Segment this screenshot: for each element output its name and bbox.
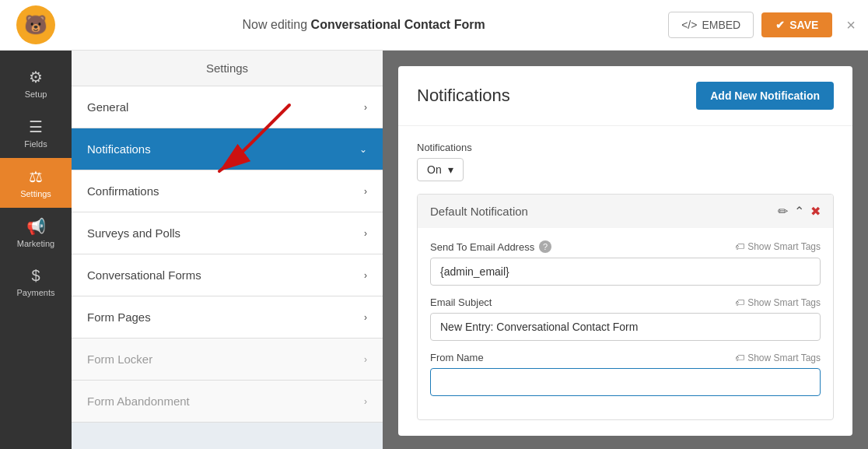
menu-item-general[interactable]: General › [72, 86, 383, 128]
check-icon: ✔ [775, 19, 785, 31]
status-value: On [427, 163, 442, 176]
notification-box-header: Default Notification ✏ ⌃ ✖ [418, 195, 833, 228]
add-notification-button[interactable]: Add New Notification [696, 82, 834, 110]
show-smart-tags-email-subject[interactable]: 🏷 Show Smart Tags [735, 297, 821, 308]
notifications-card: Notifications Add New Notification Notif… [398, 66, 852, 436]
fields-icon: ☰ [29, 118, 43, 136]
status-label: Notifications [417, 142, 834, 153]
menu-item-conversational-forms[interactable]: Conversational Forms › [72, 254, 383, 296]
settings-menu: General › Notifications ⌄ Confirmations … [72, 86, 383, 449]
notification-box-actions: ✏ ⌃ ✖ [778, 204, 821, 219]
info-icon[interactable]: ? [539, 240, 551, 253]
editing-prefix: Now editing [243, 18, 311, 31]
marketing-icon: 📢 [26, 217, 46, 236]
top-bar-actions: </> EMBED ✔ SAVE × [668, 12, 856, 38]
sidebar-item-settings[interactable]: ⚖ Settings [0, 158, 72, 208]
send-to-email-header: Send To Email Address ? 🏷 Show Smart Tag… [430, 240, 821, 253]
form-name: Conversational Contact Form [311, 18, 485, 31]
delete-icon[interactable]: ✖ [810, 204, 821, 219]
status-dropdown[interactable]: On ▾ [417, 158, 464, 181]
sidebar-item-fields[interactable]: ☰ Fields [0, 108, 72, 158]
settings-header: Settings [72, 51, 383, 86]
menu-item-form-pages[interactable]: Form Pages › [72, 296, 383, 339]
from-name-input[interactable] [430, 368, 821, 396]
menu-item-confirmations[interactable]: Confirmations › [72, 170, 383, 212]
sidebar-item-setup[interactable]: ⚙ Setup [0, 58, 72, 108]
menu-item-surveys-polls[interactable]: Surveys and Polls › [72, 212, 383, 254]
chevron-right-icon: › [364, 312, 367, 323]
save-button[interactable]: ✔ SAVE [761, 12, 832, 37]
show-smart-tags-from-name[interactable]: 🏷 Show Smart Tags [735, 353, 821, 363]
email-subject-input[interactable] [430, 313, 821, 341]
main-layout: ⚙ Setup ☰ Fields ⚖ Settings 📢 Marketing … [0, 51, 868, 449]
from-name-header: From Name 🏷 Show Smart Tags [430, 352, 821, 363]
payments-icon: $ [31, 267, 40, 285]
send-to-email-row: Send To Email Address ? 🏷 Show Smart Tag… [430, 240, 821, 286]
notification-box-body: Send To Email Address ? 🏷 Show Smart Tag… [418, 228, 833, 419]
card-title: Notifications [417, 86, 510, 106]
embed-button[interactable]: </> EMBED [668, 12, 754, 38]
email-subject-label: Email Subject [430, 296, 492, 308]
logo-area: 🐻 [12, 4, 59, 47]
menu-item-form-locker[interactable]: Form Locker › [72, 339, 383, 381]
expand-icon[interactable]: ⌃ [794, 204, 804, 219]
tag-icon: 🏷 [735, 241, 744, 252]
edit-icon[interactable]: ✏ [778, 204, 788, 219]
content-area: Notifications Add New Notification Notif… [383, 51, 868, 449]
menu-item-form-abandonment[interactable]: Form Abandonment › [72, 381, 383, 423]
chevron-right-icon: › [364, 102, 367, 113]
send-to-email-input[interactable] [430, 258, 821, 286]
from-name-row: From Name 🏷 Show Smart Tags [430, 352, 821, 396]
email-subject-header: Email Subject 🏷 Show Smart Tags [430, 296, 821, 308]
logo-bear-icon: 🐻 [16, 5, 55, 44]
chevron-right-icon: › [364, 228, 367, 239]
card-body: Notifications On ▾ Default Notification … [398, 126, 852, 436]
default-notification-box: Default Notification ✏ ⌃ ✖ Send T [417, 194, 834, 420]
chevron-right-icon: › [364, 396, 367, 407]
settings-panel: Settings General › Notifications ⌄ Confi… [72, 51, 383, 449]
settings-icon: ⚖ [29, 167, 43, 186]
send-to-email-label: Send To Email Address ? [430, 240, 551, 253]
chevron-right-icon: › [364, 270, 367, 281]
menu-item-notifications[interactable]: Notifications ⌄ [72, 128, 383, 170]
sidebar-item-payments[interactable]: $ Payments [0, 258, 72, 307]
editing-title: Now editing Conversational Contact Form [59, 18, 668, 32]
sidebar: ⚙ Setup ☰ Fields ⚖ Settings 📢 Marketing … [0, 51, 72, 449]
sidebar-item-marketing[interactable]: 📢 Marketing [0, 208, 72, 258]
email-subject-row: Email Subject 🏷 Show Smart Tags [430, 296, 821, 341]
chevron-right-icon: › [364, 186, 367, 197]
tag-icon: 🏷 [735, 353, 744, 363]
setup-icon: ⚙ [29, 68, 43, 86]
chevron-right-icon: › [364, 354, 367, 365]
top-bar: 🐻 Now editing Conversational Contact For… [0, 0, 868, 51]
show-smart-tags-button[interactable]: 🏷 Show Smart Tags [735, 241, 821, 252]
chevron-down-icon: ⌄ [359, 144, 367, 155]
from-name-label: From Name [430, 352, 484, 363]
close-button[interactable]: × [846, 16, 856, 34]
dropdown-arrow-icon: ▾ [448, 163, 453, 176]
embed-code-icon: </> [681, 19, 697, 31]
tag-icon: 🏷 [735, 297, 744, 308]
card-header: Notifications Add New Notification [398, 66, 852, 126]
notification-box-title: Default Notification [430, 205, 528, 218]
